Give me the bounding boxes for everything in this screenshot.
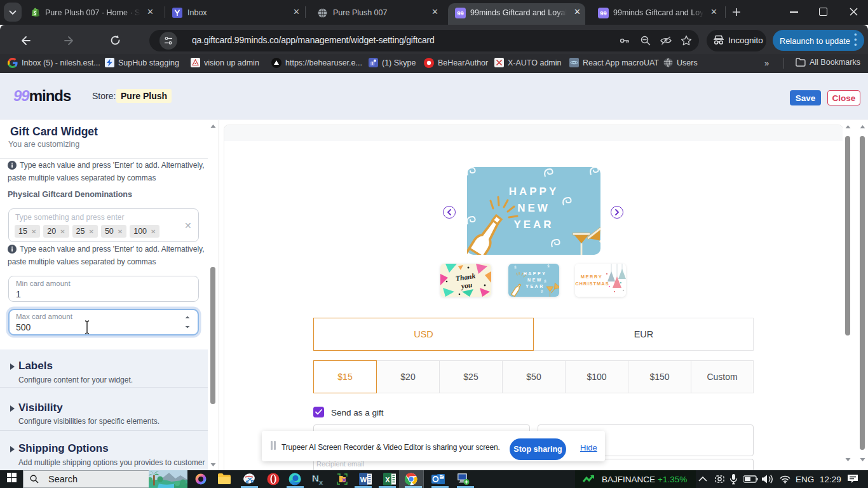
svg-text:X: X (385, 476, 390, 484)
svg-text:99: 99 (600, 10, 607, 17)
svg-text:CHRISTMAS: CHRISTMAS (575, 281, 609, 287)
svg-text:HAPPY: HAPPY (524, 271, 547, 276)
svg-text:W: W (360, 476, 367, 484)
svg-text:MERRY: MERRY (581, 274, 602, 280)
svg-text:YEAR: YEAR (513, 219, 553, 231)
svg-text:HAPPY: HAPPY (509, 186, 559, 198)
svg-text:NEW: NEW (527, 278, 543, 282)
svg-text:x: x (319, 478, 323, 486)
svg-text:N: N (312, 473, 319, 484)
svg-text:YEAR: YEAR (526, 284, 544, 288)
svg-text:NEW: NEW (517, 202, 550, 214)
svg-text:99: 99 (457, 10, 464, 17)
svg-text:T: T (371, 61, 374, 65)
